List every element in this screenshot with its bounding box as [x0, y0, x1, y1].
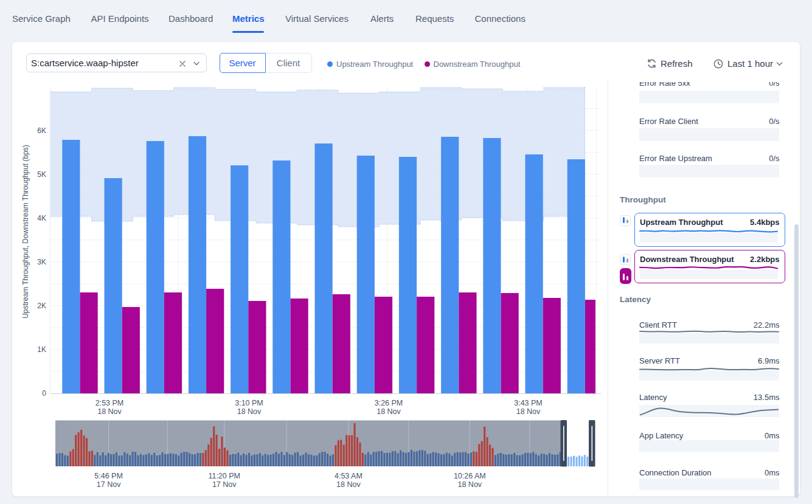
svg-text:4K: 4K	[37, 214, 46, 223]
svg-text:18 Nov: 18 Nov	[336, 480, 361, 489]
svg-text:6K: 6K	[37, 126, 46, 135]
svg-text:2:53 PM: 2:53 PM	[95, 399, 124, 407]
svg-text:18 Nov: 18 Nov	[237, 407, 262, 416]
svg-text:3:26 PM: 3:26 PM	[375, 399, 403, 407]
svg-text:18 Nov: 18 Nov	[377, 407, 401, 416]
svg-text:Upstream Throughput, Downstrea: Upstream Throughput, Downstream Throughp…	[21, 145, 30, 319]
svg-text:0: 0	[42, 389, 46, 398]
svg-text:17 Nov: 17 Nov	[212, 480, 237, 489]
svg-text:5K: 5K	[37, 170, 46, 179]
svg-text:18 Nov: 18 Nov	[457, 480, 482, 489]
svg-text:2K: 2K	[37, 302, 46, 310]
svg-text:1K: 1K	[37, 345, 46, 354]
svg-text:10:26 AM: 10:26 AM	[454, 472, 486, 480]
svg-text:18 Nov: 18 Nov	[516, 407, 541, 416]
svg-text:3K: 3K	[37, 258, 46, 266]
svg-text:11:20 PM: 11:20 PM	[208, 472, 240, 480]
svg-text:3:10 PM: 3:10 PM	[235, 399, 263, 407]
svg-text:17 Nov: 17 Nov	[97, 480, 121, 489]
svg-text:5:46 PM: 5:46 PM	[94, 472, 123, 480]
svg-text:3:43 PM: 3:43 PM	[514, 399, 543, 407]
svg-text:4:53 AM: 4:53 AM	[335, 472, 363, 480]
svg-text:18 Nov: 18 Nov	[97, 407, 122, 416]
